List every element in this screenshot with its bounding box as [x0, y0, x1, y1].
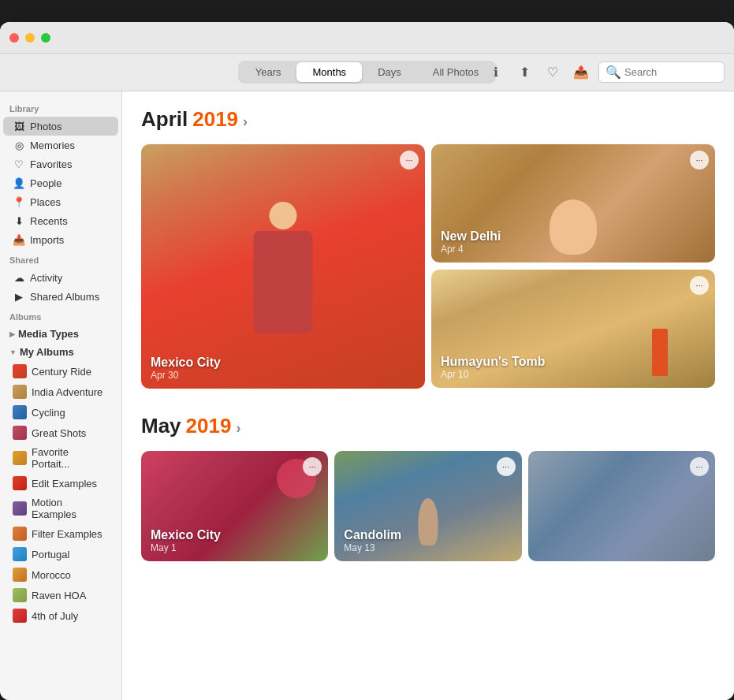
favorite-portraits-thumb	[13, 451, 27, 465]
sidebar-item-label: Century Ride	[32, 366, 91, 378]
sidebar-item-label: Photos	[30, 121, 61, 132]
photo-date: May 13	[344, 542, 401, 553]
close-button[interactable]	[9, 33, 19, 43]
place-name: Mexico City	[151, 528, 221, 542]
great-shots-thumb	[13, 426, 27, 440]
places-icon: 📍	[13, 195, 25, 208]
sidebar-item-label: Imports	[30, 234, 64, 246]
sidebar-item-century-ride[interactable]: Century Ride	[3, 361, 118, 382]
photo-label: Mexico City May 1	[141, 520, 230, 561]
maximize-button[interactable]	[41, 33, 50, 43]
shared-albums-icon: ▶	[13, 290, 25, 303]
sidebar-item-photos[interactable]: 🖼 Photos	[3, 117, 118, 136]
photo-new-delhi[interactable]: New Delhi Apr 4 ···	[431, 144, 715, 262]
search-box[interactable]: 🔍	[598, 61, 725, 83]
search-icon: 🔍	[605, 65, 621, 80]
heart-button[interactable]: ♡	[542, 61, 564, 84]
sidebar-item-label: Filter Examples	[32, 528, 102, 540]
photo-may-third[interactable]: ···	[528, 451, 715, 561]
sidebar-item-favorites[interactable]: ♡ Favorites	[3, 155, 118, 173]
sidebar-item-4th-of-july[interactable]: 4th of July	[3, 605, 118, 626]
place-name: Mexico City	[151, 356, 221, 370]
sidebar-item-label: Great Shots	[32, 427, 86, 439]
memories-icon: ◎	[13, 139, 25, 151]
sidebar-item-raven-hoa[interactable]: Raven HOA	[3, 585, 118, 605]
place-name: Candolim	[344, 528, 401, 542]
more-options-button[interactable]: ···	[497, 457, 516, 476]
more-options-button[interactable]: ···	[400, 151, 419, 169]
search-input[interactable]	[624, 66, 719, 78]
april-2019-header[interactable]: April 2019 ›	[141, 107, 715, 132]
month-label: May	[141, 414, 181, 438]
photo-label: Candolim May 13	[334, 520, 411, 561]
tab-days[interactable]: Days	[362, 62, 417, 82]
photos-app-window: Years Months Days All Photos ℹ ⬆ ♡ 📤 🔍 L…	[0, 22, 734, 700]
sidebar-item-label: People	[30, 177, 61, 189]
april-2019-section: April 2019 ›	[141, 107, 715, 389]
favorites-icon: ♡	[13, 158, 25, 170]
edit-examples-thumb	[13, 476, 27, 490]
sidebar-item-motion-examples[interactable]: Motion Examples	[3, 493, 118, 523]
sidebar-item-india-adventure[interactable]: India Adventure	[3, 382, 118, 402]
4th-of-july-thumb	[13, 609, 27, 623]
sidebar-item-morocco[interactable]: Morocco	[3, 564, 118, 585]
photo-label: Mexico City Apr 30	[141, 348, 230, 389]
tab-months[interactable]: Months	[296, 62, 362, 82]
sidebar-item-filter-examples[interactable]: Filter Examples	[3, 523, 118, 544]
place-name: New Delhi	[441, 229, 501, 244]
photo-mexico-city-apr[interactable]: Mexico City Apr 30 ···	[141, 144, 425, 389]
sidebar-item-memories[interactable]: ◎ Memories	[3, 136, 118, 155]
may-2019-header[interactable]: May 2019 ›	[141, 414, 715, 438]
year-label: 2019	[192, 107, 238, 132]
sidebar-item-label: Recents	[30, 215, 68, 227]
sidebar-item-favorite-portraits[interactable]: Favorite Portait...	[3, 443, 118, 473]
sidebar-item-edit-examples[interactable]: Edit Examples	[3, 473, 118, 493]
traffic-lights	[9, 33, 50, 43]
sidebar-item-recents[interactable]: ⬇ Recents	[3, 211, 118, 230]
sidebar-item-label: Edit Examples	[32, 478, 97, 490]
photo-label: Humayun's Tomb Apr 10	[431, 347, 554, 388]
century-ride-thumb	[13, 364, 27, 378]
sidebar-item-portugal[interactable]: Portugal	[3, 544, 118, 564]
sidebar-item-label: Raven HOA	[32, 590, 86, 601]
media-types-label: Media Types	[18, 328, 79, 340]
export-button[interactable]: 📤	[570, 61, 592, 84]
info-button[interactable]: ℹ	[485, 61, 507, 84]
morocco-thumb	[13, 568, 27, 582]
place-name: Humayun's Tomb	[441, 355, 545, 369]
sidebar-item-imports[interactable]: 📥 Imports	[3, 230, 118, 249]
chevron-right-icon: ▶	[9, 330, 15, 338]
more-options-button[interactable]: ···	[690, 276, 709, 295]
photo-mexico-city-may[interactable]: Mexico City May 1 ···	[141, 451, 328, 561]
sidebar-item-cycling[interactable]: Cycling	[3, 402, 118, 423]
toolbar: Years Months Days All Photos ℹ ⬆ ♡ 📤 🔍	[0, 54, 734, 91]
library-section-header: Library	[0, 98, 121, 117]
tab-years[interactable]: Years	[240, 62, 297, 82]
sidebar-item-great-shots[interactable]: Great Shots	[3, 423, 118, 443]
share-button[interactable]: ⬆	[513, 61, 535, 84]
filter-examples-thumb	[13, 527, 27, 541]
section-arrow-icon: ›	[243, 114, 248, 130]
sidebar-item-activity[interactable]: ☁ Activity	[3, 268, 118, 287]
sidebar-item-people[interactable]: 👤 People	[3, 173, 118, 192]
imports-icon: 📥	[13, 233, 25, 246]
tab-all-photos[interactable]: All Photos	[417, 62, 495, 82]
my-albums-toggle[interactable]: ▼ My Albums	[0, 343, 121, 361]
photo-candolim[interactable]: Candolim May 13 ···	[334, 451, 521, 561]
year-label: 2019	[186, 414, 232, 438]
photos-icon: 🖼	[13, 120, 25, 132]
sidebar-item-places[interactable]: 📍 Places	[3, 192, 118, 211]
more-options-button[interactable]: ···	[690, 457, 709, 476]
minimize-button[interactable]	[25, 33, 35, 43]
shared-section-header: Shared	[0, 249, 121, 268]
section-arrow-icon: ›	[236, 420, 240, 437]
content-area: Library 🖼 Photos ◎ Memories ♡ Favorites …	[0, 91, 734, 700]
sidebar-item-label: Morocco	[32, 569, 71, 581]
media-types-toggle[interactable]: ▶ Media Types	[0, 325, 121, 343]
photo-date: Apr 30	[151, 370, 221, 381]
photo-humayun-tomb[interactable]: Humayun's Tomb Apr 10 ···	[431, 270, 715, 388]
cycling-thumb	[13, 405, 27, 419]
sidebar-item-label: Favorite Portait...	[32, 446, 109, 470]
sidebar-item-shared-albums[interactable]: ▶ Shared Albums	[3, 287, 118, 306]
more-options-button[interactable]: ···	[690, 151, 709, 169]
